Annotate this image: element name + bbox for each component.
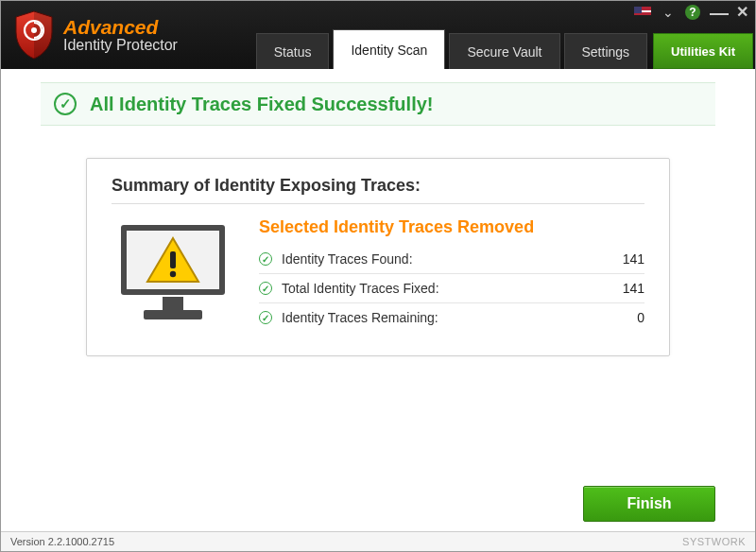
stat-value: 141	[597, 251, 644, 267]
divider	[112, 203, 644, 204]
help-button[interactable]: ?	[685, 5, 700, 20]
svg-point-8	[170, 271, 176, 277]
app-title-bottom: Identity Protector	[63, 38, 178, 54]
stat-value: 0	[597, 310, 644, 325]
check-icon: ✓	[259, 252, 272, 266]
svg-rect-7	[170, 251, 176, 268]
summary-stats: Selected Identity Traces Removed ✓ Ident…	[259, 217, 644, 335]
app-title-top: Advanced	[63, 17, 178, 38]
check-icon: ✓	[259, 282, 272, 295]
watermark: SYSTWORK	[682, 536, 746, 547]
tab-settings[interactable]: Settings	[564, 33, 648, 69]
success-message: All Identity Traces Fixed Successfully!	[90, 94, 433, 115]
stat-row-remaining: ✓ Identity Traces Remaining: 0	[259, 303, 644, 332]
summary-card: Summary of Identity Exposing Traces: Sel…	[86, 158, 670, 356]
version-text: Version 2.2.1000.2715	[10, 536, 114, 547]
tab-identity-scan[interactable]: Identity Scan	[333, 29, 445, 69]
tab-status[interactable]: Status	[256, 33, 330, 69]
summary-heading: Summary of Identity Exposing Traces:	[112, 176, 644, 196]
shield-icon	[12, 9, 56, 60]
status-bar: Version 2.2.1000.2715 SYSTWORK	[1, 531, 755, 551]
stat-row-found: ✓ Identity Traces Found: 141	[259, 245, 644, 274]
check-icon: ✓	[259, 311, 272, 324]
minimize-button[interactable]: —	[710, 9, 725, 15]
stat-row-fixed: ✓ Total Identity Traces Fixed: 141	[259, 274, 644, 303]
close-button[interactable]: ✕	[734, 3, 749, 21]
finish-button[interactable]: Finish	[583, 486, 715, 522]
check-circle-icon: ✓	[54, 93, 77, 115]
tab-secure-vault[interactable]: Secure Vault	[449, 33, 559, 69]
language-flag-icon[interactable]	[634, 7, 651, 18]
stat-label: Identity Traces Found:	[282, 251, 588, 267]
svg-point-1	[31, 27, 37, 33]
app-logo: Advanced Identity Protector	[12, 9, 178, 60]
success-banner: ✓ All Identity Traces Fixed Successfully…	[41, 82, 715, 126]
tab-utilities-kit[interactable]: Utilities Kit	[653, 33, 753, 69]
nav-tabs: Status Identity Scan Secure Vault Settin…	[252, 29, 755, 69]
chevron-down-icon[interactable]: ⌄	[661, 5, 676, 20]
monitor-warning-icon	[112, 217, 234, 335]
svg-rect-5	[144, 310, 202, 319]
titlebar-controls: ⌄ ? — ✕	[634, 3, 749, 21]
removed-title: Selected Identity Traces Removed	[259, 217, 644, 237]
stat-label: Identity Traces Remaining:	[282, 310, 588, 325]
svg-rect-4	[163, 297, 183, 310]
app-header: Advanced Identity Protector ⌄ ? — ✕ Stat…	[1, 1, 755, 69]
stat-value: 141	[597, 281, 644, 296]
stat-label: Total Identity Traces Fixed:	[282, 281, 588, 296]
